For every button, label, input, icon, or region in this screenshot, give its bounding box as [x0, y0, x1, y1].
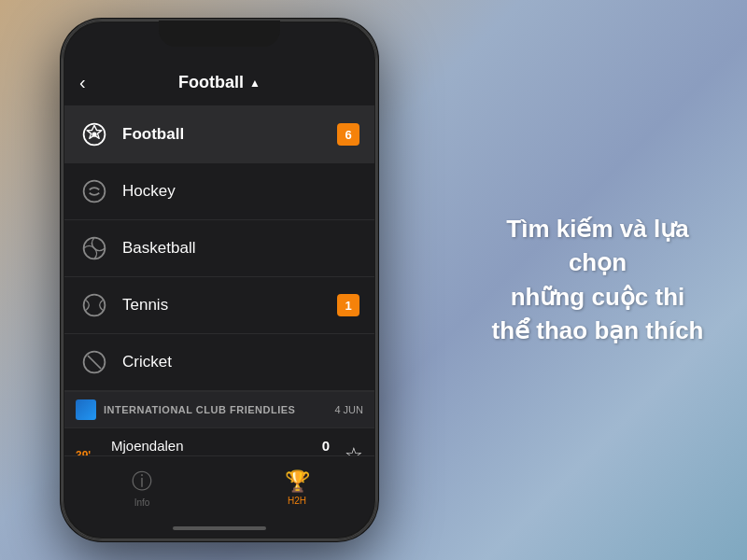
nav-title: Football ▲ — [178, 73, 261, 92]
promo-line1: Tìm kiếm và lựa chọn — [506, 215, 688, 276]
promo-line2: những cuộc thi — [511, 283, 685, 311]
sport-item-football[interactable]: Football 6 — [64, 106, 374, 163]
football-label: Football — [122, 125, 324, 144]
match-section: INTERNATIONAL CLUB FRIENDLIES 4 JUN 39' … — [64, 391, 374, 455]
team1-score: 0 — [322, 438, 330, 454]
basketball-label: Basketball — [122, 239, 359, 258]
football-badge: 6 — [337, 123, 359, 146]
info-icon: ⓘ — [132, 468, 152, 496]
phone-body: ‹ Football ▲ Footb — [61, 19, 378, 541]
phone-screen: ‹ Football ▲ Footb — [64, 22, 374, 538]
match-teams: Mjoendalen 0 Vaalerenga 0 — [111, 438, 330, 455]
basketball-icon — [79, 233, 109, 263]
back-button[interactable]: ‹ — [79, 72, 86, 93]
match-row[interactable]: 39' Mjoendalen 0 Vaalerenga 0 ☆ — [64, 427, 374, 455]
sport-item-cricket[interactable]: Cricket — [64, 334, 374, 391]
league-header: INTERNATIONAL CLUB FRIENDLIES 4 JUN — [64, 391, 374, 427]
sport-item-tennis[interactable]: Tennis 1 — [64, 277, 374, 334]
tab-info[interactable]: ⓘ Info — [64, 468, 219, 508]
cricket-label: Cricket — [122, 353, 359, 371]
hockey-label: Hockey — [122, 182, 359, 201]
league-name: INTERNATIONAL CLUB FRIENDLIES — [104, 404, 327, 415]
team1-row: Mjoendalen 0 — [111, 438, 330, 454]
tab-bar: ⓘ Info 🏆 H2H — [64, 455, 374, 519]
league-icon — [76, 399, 96, 420]
sport-list: Football 6 Hockey — [64, 106, 374, 455]
match-date: 4 JUN — [334, 404, 363, 415]
cricket-icon — [79, 347, 109, 377]
tennis-badge: 1 — [337, 294, 359, 316]
svg-point-5 — [84, 295, 106, 316]
sport-item-basketball[interactable]: Basketball — [64, 220, 374, 277]
promo-text: Tìm kiếm và lựa chọn những cuộc thi thể … — [476, 212, 719, 348]
tab-h2h-label: H2H — [288, 496, 306, 506]
favorite-star[interactable]: ☆ — [337, 443, 363, 455]
phone-notch — [159, 21, 280, 47]
tennis-icon — [79, 290, 109, 320]
promo-line3: thể thao bạn thích — [492, 316, 704, 344]
home-indicator — [64, 519, 374, 538]
hockey-icon — [79, 176, 109, 206]
nav-dropdown-arrow[interactable]: ▲ — [249, 77, 261, 90]
nav-header: ‹ Football ▲ — [64, 60, 374, 106]
tab-info-label: Info — [134, 497, 150, 508]
match-time: 39' — [76, 449, 104, 455]
svg-line-7 — [88, 356, 101, 369]
team1-name: Mjoendalen — [111, 438, 184, 454]
h2h-icon: 🏆 — [285, 469, 310, 494]
sport-item-hockey[interactable]: Hockey — [64, 163, 374, 220]
svg-point-2 — [92, 132, 96, 136]
svg-point-3 — [84, 181, 106, 203]
home-bar — [173, 526, 266, 530]
football-icon — [79, 119, 109, 149]
tennis-label: Tennis — [122, 296, 324, 315]
tab-h2h[interactable]: 🏆 H2H — [219, 469, 374, 506]
phone-frame: ‹ Football ▲ Footb — [61, 19, 378, 541]
nav-title-text: Football — [178, 73, 244, 92]
